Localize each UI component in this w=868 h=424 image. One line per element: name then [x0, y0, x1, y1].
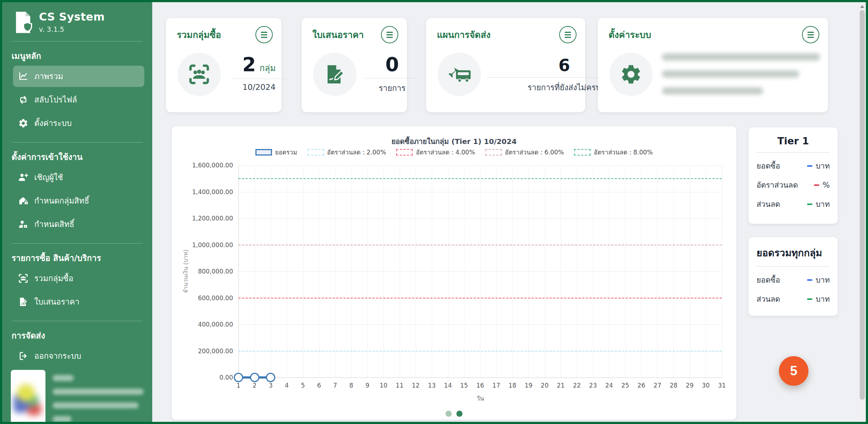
y-axis-tick-label: 600,000.00 — [172, 294, 233, 302]
data-point-marker — [250, 373, 259, 382]
x-axis-tick-label: 9 — [365, 382, 369, 389]
x-axis-tick-label: 30 — [702, 382, 710, 389]
blurred-text-line — [662, 53, 820, 61]
grid-line-horizontal — [238, 377, 722, 378]
chart-line-icon — [18, 71, 29, 82]
card-menu-button[interactable] — [559, 26, 577, 43]
scrollbar-thumb[interactable] — [860, 10, 865, 400]
grid-line-vertical — [641, 165, 642, 377]
x-axis-tick-label: 2 — [253, 382, 257, 389]
y-axis-tick-label: 1,000,000.00 — [172, 241, 233, 249]
summary-row: ยอดซื้อ บาท — [757, 160, 830, 172]
grid-line-vertical — [287, 165, 287, 377]
sidebar-item-label: เชิญผู้ใช้ — [34, 171, 63, 184]
row-unit: บาท — [816, 160, 830, 172]
total-summary-panel: ยอดรวมทุกกลุ่ม ยอดซื้อ บาท ส่วนลด บาท — [749, 237, 838, 316]
legend-item[interactable]: อัตราส่วนลด : 6.00% — [485, 147, 564, 157]
empty-value-dash — [807, 204, 812, 205]
blurred-text-line — [53, 389, 144, 395]
home-lock-icon — [18, 196, 29, 206]
y-axis-tick-label: 400,000.00 — [172, 320, 233, 328]
sidebar-item-quotations[interactable]: ใบเสนอราคา — [13, 291, 144, 312]
legend-item[interactable]: ยอดรวม — [255, 147, 297, 157]
legend-item[interactable]: อัตราส่วนลด : 4.00% — [396, 147, 475, 157]
sidebar-item-logout[interactable]: ออกจากระบบ — [13, 345, 144, 367]
card-sublabel: รายการที่ยังส่งไม่ครบ — [528, 81, 601, 94]
summary-row: อัตราส่วนลด % — [757, 179, 830, 191]
sidebar-item-switch-profile[interactable]: สลับโปรไฟล์ — [13, 89, 144, 110]
sidebar-item-overview[interactable]: ภาพรวม — [13, 66, 144, 87]
row-unit: บาท — [816, 293, 830, 305]
grid-line-vertical — [255, 165, 255, 377]
grid-line-vertical — [480, 165, 481, 377]
summary-row: ส่วนลด บาท — [757, 293, 830, 305]
carousel-dot[interactable] — [446, 411, 452, 417]
x-axis-tick-label: 23 — [589, 382, 597, 389]
divider — [12, 321, 143, 321]
divider — [757, 266, 830, 267]
grid-line-vertical — [722, 165, 722, 377]
sidebar-section-access-settings: ตั้งค่าการเข้าใช้งาน — [12, 150, 143, 163]
sidebar-item-system-settings[interactable]: ตั้งค่าระบบ — [13, 113, 144, 134]
gear-icon — [609, 53, 653, 96]
card-title: รวมกลุ่มซื้อ — [177, 27, 221, 42]
card-menu-button[interactable] — [255, 26, 273, 43]
x-axis-tick-label: 26 — [637, 382, 645, 389]
card-title: ใบเสนอราคา — [312, 27, 364, 42]
user-profile-card[interactable] — [10, 368, 144, 424]
scrollbar-up-arrow[interactable] — [860, 5, 864, 8]
x-axis-tick-label: 24 — [605, 382, 613, 389]
sidebar-item-permissions[interactable]: กำหนดสิทธิ์ — [13, 214, 144, 235]
x-axis-tick-label: 10 — [380, 382, 387, 389]
doc-edit-icon — [313, 53, 356, 96]
sidebar-item-group-permissions[interactable]: กำหนดกลุ่มสิทธิ์ — [13, 190, 144, 211]
grid-line-vertical — [448, 165, 448, 377]
main-content: รวมกลุ่มซื้อ 2 กลุ่ม 10/2024 ใบเสนอราคา — [152, 2, 859, 422]
grid-line-vertical — [496, 165, 497, 377]
x-axis-tick-label: 1 — [237, 382, 241, 389]
card-menu-button[interactable] — [802, 26, 819, 43]
empty-value-dash — [814, 184, 819, 186]
carousel-dot[interactable] — [456, 411, 463, 417]
threshold-line — [238, 298, 722, 298]
x-axis-tick-label: 21 — [557, 382, 565, 389]
page-scrollbar — [859, 2, 866, 422]
grid-line-vertical — [625, 165, 626, 377]
x-axis-tick-label: 8 — [349, 382, 353, 389]
grid-line-vertical — [657, 165, 658, 377]
x-axis-tick-label: 3 — [269, 382, 273, 389]
x-axis-tick-label: 4 — [285, 382, 289, 389]
legend-item[interactable]: อัตราส่วนลด : 8.00% — [574, 147, 653, 157]
x-axis-tick-label: 20 — [541, 382, 549, 389]
sidebar-section-shipping: การจัดส่ง — [12, 329, 143, 342]
sidebar-item-buying-groups[interactable]: รวมกลุ่มซื้อ — [13, 268, 144, 289]
card-menu-button[interactable] — [381, 26, 398, 43]
card-sublabel: 10/2024 — [242, 83, 275, 92]
shipping-icon — [438, 53, 481, 96]
x-axis-tick-label: 15 — [460, 382, 468, 389]
legend-item[interactable]: อัตราส่วนลด : 2.00% — [307, 147, 386, 157]
grid-line-vertical — [561, 165, 561, 377]
grid-line-vertical — [383, 165, 384, 377]
sidebar-item-invite-user[interactable]: เชิญผู้ใช้ — [13, 167, 144, 188]
x-axis-tick-label: 17 — [492, 382, 500, 389]
grid-line-vertical — [690, 165, 690, 377]
app-brand[interactable]: CS System v. 3.1.5 — [10, 11, 144, 34]
chart-title: ยอดซื้อภายในกลุ่ม (Tier 1) 10/2024 — [172, 136, 736, 147]
row-label: ส่วนลด — [757, 293, 780, 305]
card-shipping-plan: แผนการจัดส่ง 6 รายการที่ยังส่งไม่ครบ — [426, 18, 585, 112]
x-axis-tick-label: 27 — [654, 382, 662, 389]
y-axis-tick-label: 0.00 — [172, 373, 233, 381]
data-point-marker — [266, 373, 275, 382]
grid-line-vertical — [271, 165, 271, 377]
x-axis-title: วัน — [476, 393, 484, 403]
sidebar-item-label: ภาพรวม — [34, 70, 63, 83]
row-unit: บาท — [816, 274, 830, 286]
grid-line-vertical — [529, 165, 529, 377]
legend-label: อัตราส่วนลด : 8.00% — [594, 147, 653, 157]
divider — [12, 142, 143, 143]
divider — [757, 152, 830, 153]
notification-fab[interactable]: 5 — [779, 356, 808, 386]
summary-row: ส่วนลด บาท — [757, 198, 830, 210]
sidebar: CS System v. 3.1.5 เมนูหลัก ภาพรวม สลับโ… — [2, 2, 152, 422]
